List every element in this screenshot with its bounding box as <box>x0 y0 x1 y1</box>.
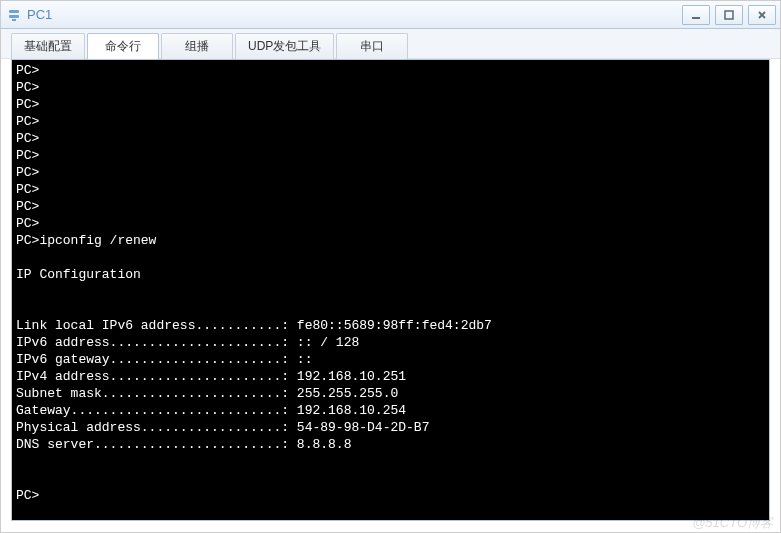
title-bar: PC1 <box>1 1 780 29</box>
close-button[interactable] <box>748 5 776 25</box>
svg-rect-1 <box>9 15 19 18</box>
svg-rect-3 <box>692 17 700 19</box>
window-title: PC1 <box>27 7 682 22</box>
svg-rect-2 <box>12 19 16 21</box>
svg-rect-4 <box>725 11 733 19</box>
terminal[interactable]: PC> PC> PC> PC> PC> PC> PC> PC> PC> PC> … <box>12 60 769 520</box>
app-icon <box>7 7 21 23</box>
tab-bar: 基础配置命令行组播UDP发包工具串口 <box>1 29 780 59</box>
tab-2[interactable]: 组播 <box>161 33 233 59</box>
tab-3[interactable]: UDP发包工具 <box>235 33 334 59</box>
minimize-button[interactable] <box>682 5 710 25</box>
maximize-button[interactable] <box>715 5 743 25</box>
tab-4[interactable]: 串口 <box>336 33 408 59</box>
tab-1[interactable]: 命令行 <box>87 33 159 59</box>
window-buttons <box>682 5 776 25</box>
terminal-container: PC> PC> PC> PC> PC> PC> PC> PC> PC> PC> … <box>11 59 770 521</box>
tab-0[interactable]: 基础配置 <box>11 33 85 59</box>
svg-rect-0 <box>9 10 19 13</box>
